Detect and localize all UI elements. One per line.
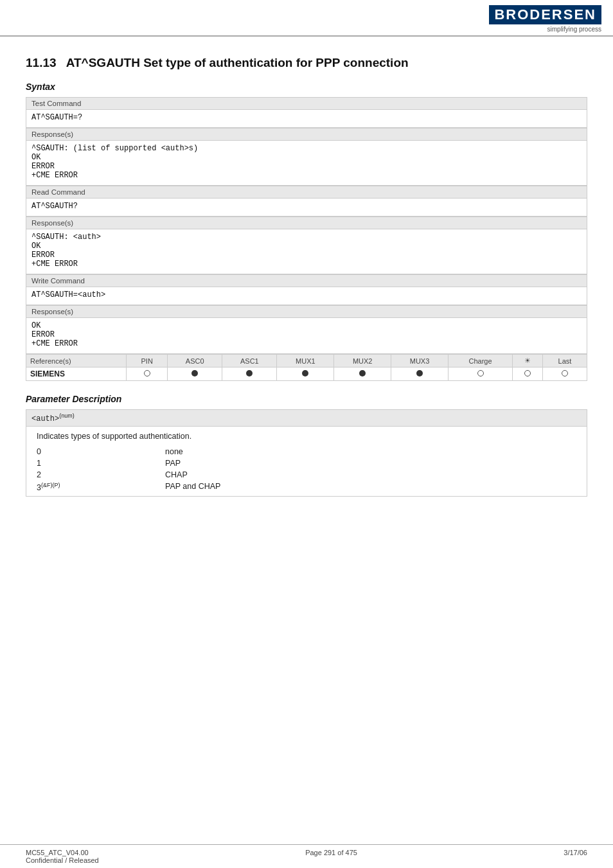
test-command-content: AT^SGAUTH=? [26,110,587,128]
write-response-content: OK ERROR +CME ERROR [26,318,587,354]
ref-siemens-label: SIEMENS [26,368,127,381]
param-val-3-meaning: PAP and CHAP [160,481,582,493]
ref-siemens-asc0 [168,368,222,381]
test-command-header: Test Command [26,97,587,110]
section-number: 11.13 [26,56,57,69]
syntax-subheading: Syntax [26,82,587,92]
ref-col-pin: PIN [127,355,168,368]
param-desc-row: Indicates types of supported authenticat… [26,427,587,497]
param-desc-cell: Indicates types of supported authenticat… [26,427,587,497]
logo-brand: BRODERSEN [489,5,601,24]
ref-col-mux1: MUX1 [277,355,334,368]
test-response-content: ^SGAUTH: (list of supported <auth>s) OK … [26,141,587,186]
write-command-header: Write Command [26,274,587,287]
param-val-1-meaning: PAP [160,457,582,469]
ref-col-mux3: MUX3 [391,355,449,368]
param-description: Indicates types of supported authenticat… [31,429,582,443]
ref-siemens-sun [513,368,543,381]
footer-right: 3/17/06 [564,849,587,864]
circle-filled-mux2 [359,370,366,376]
footer-left: MC55_ATC_V04.00 Confidential / Released [26,849,99,864]
ref-header: Reference(s) PIN ASC0 ASC1 MUX1 MUX2 MUX… [26,355,587,368]
circle-empty-sun [524,370,531,376]
read-command-content: AT^SGAUTH? [26,199,587,217]
ref-col-name: Reference(s) [26,355,127,368]
test-response-line-1: OK [31,153,582,162]
circle-filled-asc0 [191,370,198,376]
ref-siemens-last [542,368,587,381]
circle-empty-charge [477,370,484,376]
read-response-line-2: ERROR [31,251,582,260]
param-subheading: Parameter Description [26,394,587,404]
ref-siemens-mux3 [391,368,449,381]
write-response-line-0: OK [31,321,582,330]
page-footer: MC55_ATC_V04.00 Confidential / Released … [0,844,613,868]
test-response-header: Response(s) [26,128,587,141]
param-header-row: <auth>(num) [26,410,587,427]
logo-sub: simplifying process [489,26,601,33]
ref-col-last: Last [542,355,587,368]
write-command-row: Write Command AT^SGAUTH=<auth> Response(… [26,274,587,354]
circle-empty-pin [144,370,150,376]
param-val-1-key: 1 [31,457,160,469]
ref-siemens-pin [127,368,168,381]
ref-siemens-row: SIEMENS [26,368,587,381]
ref-siemens-mux2 [334,368,391,381]
ref-col-mux2: MUX2 [334,355,391,368]
syntax-table: Test Command AT^SGAUTH=? Response(s) ^SG… [26,97,587,381]
circle-filled-mux1 [302,370,308,376]
param-val-2-meaning: CHAP [160,469,582,481]
param-superscript: (num) [59,412,75,419]
param-table: <auth>(num) Indicates types of supported… [26,409,587,497]
write-response-line-2: +CME ERROR [31,339,582,348]
test-response-line-0: ^SGAUTH: (list of supported <auth>s) [31,144,582,153]
param-value-0: 0 none [31,446,582,457]
circle-filled-asc1 [246,370,253,376]
read-response-line-3: +CME ERROR [31,260,582,269]
read-command-text: AT^SGAUTH? [31,202,582,211]
ref-siemens-mux1 [277,368,334,381]
param-val-2-key: 2 [31,469,160,481]
test-response-line-2: ERROR [31,162,582,171]
reference-row: Reference(s) PIN ASC0 ASC1 MUX1 MUX2 MUX… [26,354,587,381]
param-section: Parameter Description <auth>(num) Indica… [26,394,587,497]
write-response-line-1: ERROR [31,330,582,339]
read-response-header: Response(s) [26,217,587,229]
read-command-row: Read Command AT^SGAUTH? Response(s) ^SGA… [26,186,587,274]
ref-col-charge: Charge [448,355,512,368]
test-command-row: Test Command AT^SGAUTH=? Response(s) ^SG… [26,97,587,186]
ref-col-asc0: ASC0 [168,355,222,368]
param-header-cell: <auth>(num) [26,410,587,427]
ref-col-asc1: ASC1 [222,355,277,368]
reference-table: Reference(s) PIN ASC0 ASC1 MUX1 MUX2 MUX… [26,354,587,381]
param-value-3: 3(&F)(P) PAP and CHAP [31,481,582,493]
read-response-line-1: OK [31,242,582,251]
param-val-3-sup: (&F)(P) [41,482,60,488]
param-val-0-meaning: none [160,446,582,457]
footer-center: Page 291 of 475 [305,849,357,864]
param-val-3-key: 3(&F)(P) [31,481,160,493]
param-value-table: 0 none 1 PAP 2 CHAP [31,446,582,493]
section-title: AT^SGAUTH Set type of authentication for… [66,56,409,69]
read-command-header: Read Command [26,186,587,199]
page-header: BRODERSEN simplifying process [0,0,613,37]
write-command-content: AT^SGAUTH=<auth> [26,287,587,305]
write-response-header: Response(s) [26,305,587,318]
param-value-2: 2 CHAP [31,469,582,481]
footer-classification: Confidential / Released [26,856,99,864]
circle-empty-last [562,370,568,376]
ref-col-sun: ☀ [513,355,543,368]
test-response-line-3: +CME ERROR [31,171,582,180]
read-response-line-0: ^SGAUTH: <auth> [31,233,582,242]
write-command-text: AT^SGAUTH=<auth> [31,290,582,299]
test-command-text: AT^SGAUTH=? [31,113,582,122]
main-content: 11.13 AT^SGAUTH Set type of authenticati… [0,37,613,542]
read-response-content: ^SGAUTH: <auth> OK ERROR +CME ERROR [26,229,587,274]
param-name: <auth> [31,414,59,423]
param-val-0-key: 0 [31,446,160,457]
param-value-1: 1 PAP [31,457,582,469]
footer-doc-id: MC55_ATC_V04.00 [26,849,99,856]
section-heading: 11.13 AT^SGAUTH Set type of authenticati… [26,56,587,70]
ref-siemens-asc1 [222,368,277,381]
logo: BRODERSEN simplifying process [489,5,601,33]
